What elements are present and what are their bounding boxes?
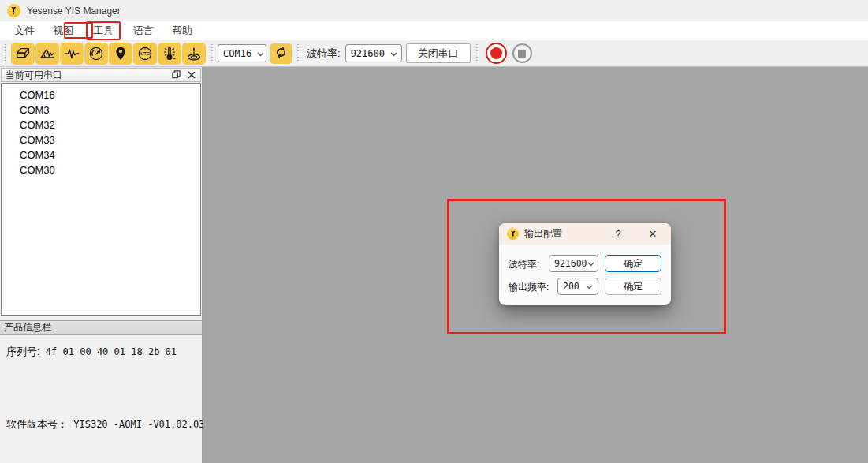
- baud-rate-row: 波特率: 921600 确定: [499, 255, 671, 272]
- record-icon: [490, 47, 502, 59]
- chevron-down-icon: [587, 258, 594, 269]
- serial-panel-title: 当前可用串口: [6, 69, 62, 82]
- tool-vibration-temperature-button[interactable]: [158, 43, 181, 65]
- product-info-header: 产品信息栏: [0, 320, 202, 335]
- tool-3d-attitude-button[interactable]: [11, 43, 35, 65]
- float-window-icon: [172, 69, 181, 81]
- tool-location-button[interactable]: [109, 43, 132, 65]
- port-list-item[interactable]: COM34: [2, 147, 200, 162]
- baud-rate-value: 921600: [351, 48, 385, 59]
- dialog-output-rate-select[interactable]: 200: [557, 278, 598, 295]
- chevron-down-icon: [257, 48, 264, 59]
- waveform-icon: [63, 45, 80, 62]
- tool-gauge-button[interactable]: [84, 43, 108, 65]
- serial-number-line: 序列号: 4f 01 00 40 01 18 2b 01: [6, 345, 177, 359]
- baud-confirm-button[interactable]: 确定: [605, 255, 661, 272]
- gauge-icon: [88, 45, 105, 62]
- dialog-baud-select[interactable]: 921600: [549, 255, 598, 272]
- refresh-icon: [274, 46, 288, 62]
- tool-angle-waveform-button[interactable]: [35, 43, 59, 65]
- record-button[interactable]: [486, 43, 507, 64]
- level-pin-icon: [185, 45, 203, 62]
- stop-button[interactable]: [512, 43, 532, 63]
- title-bar: Yesense YIS Manager: [0, 0, 868, 21]
- available-ports-list: COM16 COM3 COM32 COM33 COM34 COM30: [1, 83, 201, 316]
- utc-clock-icon: UTC: [136, 45, 154, 62]
- menu-file[interactable]: 文件: [7, 21, 42, 40]
- toolbar-drag-handle[interactable]: [5, 44, 8, 63]
- dialog-help-button[interactable]: ?: [608, 223, 628, 245]
- software-version-label: 软件版本号：: [6, 418, 68, 430]
- close-serial-port-button[interactable]: 关闭串口: [406, 43, 471, 63]
- toolbar-drag-handle[interactable]: [476, 44, 479, 63]
- port-list-item[interactable]: COM3: [2, 103, 200, 118]
- dialog-output-rate-label: 输出频率:: [509, 281, 549, 294]
- stop-icon: [518, 50, 526, 58]
- port-select[interactable]: COM16: [218, 44, 266, 62]
- vibration-thermometer-icon: [161, 45, 178, 62]
- dialog-baud-value: 921600: [554, 258, 587, 269]
- baud-rate-select[interactable]: 921600: [345, 44, 402, 62]
- chevron-down-icon: [390, 48, 397, 59]
- output-rate-row: 输出频率: 200 确定: [499, 278, 671, 295]
- toolbar-drag-handle[interactable]: [211, 44, 214, 63]
- svg-text:UTC: UTC: [140, 51, 150, 56]
- port-select-value: COM16: [223, 48, 251, 59]
- window-title: Yesense YIS Manager: [27, 6, 121, 17]
- output-config-dialog: 输出配置 ? ✕ 波特率: 921600 确定 输出频率: 200 确定: [499, 223, 671, 305]
- angle-waveform-icon: [39, 45, 56, 62]
- menu-view[interactable]: 视图: [46, 21, 80, 40]
- software-version-value: YIS320 -AQMI -V01.02.03;: [73, 419, 210, 430]
- dialog-output-rate-value: 200: [563, 281, 579, 292]
- port-list-item[interactable]: COM33: [2, 133, 200, 147]
- dialog-logo-icon: [507, 228, 519, 240]
- close-panel-button[interactable]: [185, 69, 198, 80]
- menu-bar: 文件 视图 工具 语言 帮助: [0, 21, 868, 40]
- serial-port-panel: 当前可用串口 COM16 COM3 COM32 COM33 COM34 COM3…: [0, 67, 203, 463]
- port-list-item[interactable]: COM16: [2, 88, 200, 103]
- location-pin-icon: [112, 45, 129, 62]
- baud-rate-label: 波特率:: [307, 47, 341, 61]
- toolbar: UTC COM16: [0, 40, 868, 67]
- dialog-title: 输出配置: [524, 227, 562, 241]
- serial-number-label: 序列号:: [6, 345, 40, 357]
- toolbar-drag-handle[interactable]: [297, 44, 300, 63]
- serial-panel-header: 当前可用串口: [1, 68, 201, 82]
- product-info-area: 序列号: 4f 01 00 40 01 18 2b 01 软件版本号： YIS3…: [0, 335, 202, 463]
- tool-level-pin-button[interactable]: [182, 43, 206, 65]
- dialog-close-button[interactable]: ✕: [641, 223, 665, 245]
- software-version-line: 软件版本号： YIS320 -AQMI -V01.02.03;: [6, 417, 210, 431]
- cuboid-3d-icon: [14, 45, 32, 62]
- tool-utc-clock-button[interactable]: UTC: [133, 43, 157, 65]
- float-panel-button[interactable]: [170, 69, 182, 80]
- port-list-item[interactable]: COM30: [2, 162, 200, 177]
- output-rate-confirm-button[interactable]: 确定: [605, 278, 661, 295]
- serial-number-value: 4f 01 00 40 01 18 2b 01: [46, 346, 177, 357]
- chevron-down-icon: [586, 281, 593, 292]
- close-icon: [188, 69, 196, 81]
- dialog-baud-label: 波特率:: [509, 258, 539, 271]
- refresh-ports-button[interactable]: [270, 43, 292, 64]
- app-logo-icon: [7, 4, 20, 17]
- tool-waveform-button[interactable]: [60, 43, 84, 65]
- menu-language[interactable]: 语言: [126, 21, 161, 40]
- port-list-item[interactable]: COM32: [2, 118, 200, 133]
- menu-help[interactable]: 帮助: [165, 21, 199, 40]
- menu-tools[interactable]: 工具: [86, 21, 121, 40]
